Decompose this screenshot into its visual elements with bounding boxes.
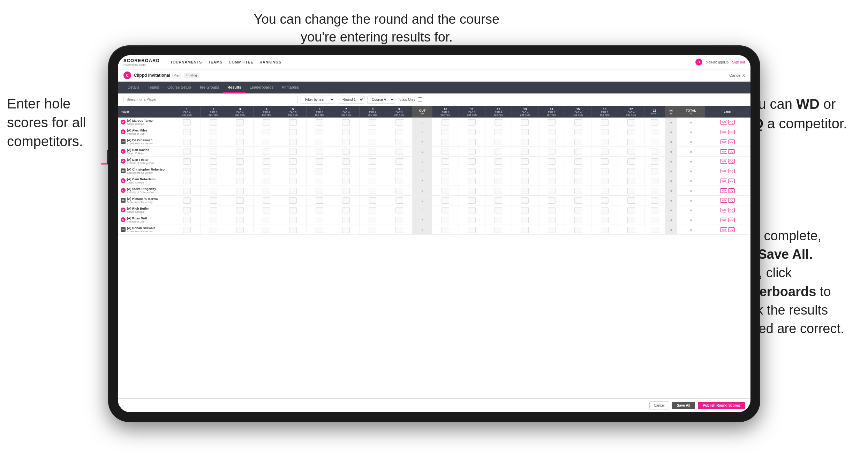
score-input-hole-5[interactable] <box>289 178 297 184</box>
tab-leaderboards[interactable]: Leaderboards <box>246 82 278 93</box>
score-input-hole-10[interactable] <box>441 129 449 135</box>
score-input-hole-6[interactable] <box>316 178 323 184</box>
score-input-hole-15[interactable] <box>574 139 582 145</box>
score-input-hole-12[interactable] <box>495 139 502 145</box>
score-input-hole-11[interactable] <box>468 178 476 184</box>
score-input-hole-12[interactable] <box>495 168 502 174</box>
score-input-hole-18[interactable] <box>651 197 658 204</box>
score-input-hole-10[interactable] <box>441 227 449 233</box>
score-input-hole-13[interactable] <box>521 207 529 213</box>
score-input-hole-4[interactable] <box>263 149 270 155</box>
score-input-hole-5[interactable] <box>289 158 297 165</box>
nav-committee[interactable]: COMMITTEE <box>229 60 254 64</box>
score-input-hole-18[interactable] <box>651 217 658 223</box>
filter-team-select[interactable]: Filter by team <box>301 96 335 104</box>
score-input-hole-11[interactable] <box>468 119 476 126</box>
score-input-hole-18[interactable] <box>651 129 658 135</box>
wd-button[interactable]: WD <box>720 179 727 183</box>
score-input-hole-4[interactable] <box>263 207 270 213</box>
score-input-hole-1[interactable] <box>183 227 191 233</box>
score-input-hole-13[interactable] <box>521 217 529 223</box>
score-input-hole-7[interactable] <box>342 168 350 174</box>
score-input-hole-15[interactable] <box>574 129 582 135</box>
score-input-hole-13[interactable] <box>521 178 529 184</box>
score-input-hole-14[interactable] <box>548 227 556 233</box>
score-input-hole-18[interactable] <box>651 178 658 184</box>
score-input-hole-11[interactable] <box>468 188 476 194</box>
score-input-hole-3[interactable] <box>236 158 244 165</box>
score-input-hole-14[interactable] <box>548 149 556 155</box>
score-input-hole-3[interactable] <box>236 119 244 126</box>
score-input-hole-16[interactable] <box>601 158 609 165</box>
score-input-hole-8[interactable] <box>369 119 376 126</box>
dq-button[interactable]: DQ <box>728 169 735 173</box>
score-input-hole-10[interactable] <box>441 119 449 126</box>
score-input-hole-17[interactable] <box>627 217 635 223</box>
score-input-hole-14[interactable] <box>548 139 556 145</box>
score-input-hole-8[interactable] <box>369 129 376 135</box>
score-input-hole-16[interactable] <box>601 168 609 174</box>
score-input-hole-1[interactable] <box>183 158 191 165</box>
score-input-hole-5[interactable] <box>289 129 297 135</box>
search-player-input[interactable] <box>123 96 298 103</box>
nav-rankings[interactable]: RANKINGS <box>259 60 281 64</box>
dq-button[interactable]: DQ <box>728 208 735 212</box>
score-input-hole-7[interactable] <box>342 129 350 135</box>
score-input-hole-13[interactable] <box>521 119 529 126</box>
score-input-hole-8[interactable] <box>369 188 376 194</box>
score-input-hole-4[interactable] <box>263 188 270 194</box>
score-input-hole-15[interactable] <box>574 227 582 233</box>
score-input-hole-2[interactable] <box>210 149 217 155</box>
score-input-hole-15[interactable] <box>574 119 582 126</box>
wd-button[interactable]: WD <box>720 218 727 222</box>
score-input-hole-4[interactable] <box>263 217 270 223</box>
score-input-hole-2[interactable] <box>210 178 217 184</box>
score-input-hole-16[interactable] <box>601 197 609 204</box>
score-input-hole-4[interactable] <box>263 178 270 184</box>
score-input-hole-4[interactable] <box>263 158 270 165</box>
score-input-hole-13[interactable] <box>521 158 529 165</box>
score-input-hole-9[interactable] <box>395 197 403 204</box>
score-input-hole-4[interactable] <box>263 139 270 145</box>
dq-button[interactable]: DQ <box>728 218 735 222</box>
score-input-hole-15[interactable] <box>574 188 582 194</box>
footer-cancel-btn[interactable]: Cancel <box>649 401 669 409</box>
score-input-hole-4[interactable] <box>263 119 270 126</box>
score-input-hole-9[interactable] <box>395 129 403 135</box>
score-input-hole-13[interactable] <box>521 168 529 174</box>
score-input-hole-6[interactable] <box>316 119 323 126</box>
score-input-hole-7[interactable] <box>342 139 350 145</box>
score-input-hole-10[interactable] <box>441 168 449 174</box>
score-input-hole-9[interactable] <box>395 217 403 223</box>
score-input-hole-11[interactable] <box>468 149 476 155</box>
score-input-hole-1[interactable] <box>183 139 191 145</box>
score-input-hole-7[interactable] <box>342 158 350 165</box>
score-input-hole-8[interactable] <box>369 217 376 223</box>
score-input-hole-12[interactable] <box>495 217 502 223</box>
nav-teams[interactable]: TEAMS <box>208 60 222 64</box>
wd-button[interactable]: WD <box>720 188 727 193</box>
score-input-hole-17[interactable] <box>627 139 635 145</box>
score-input-hole-10[interactable] <box>441 197 449 204</box>
dq-button[interactable]: DQ <box>728 140 735 144</box>
score-input-hole-5[interactable] <box>289 227 297 233</box>
score-input-hole-6[interactable] <box>316 227 323 233</box>
score-input-hole-1[interactable] <box>183 217 191 223</box>
sign-out-link[interactable]: Sign out <box>732 60 745 64</box>
score-input-hole-3[interactable] <box>236 139 244 145</box>
score-input-hole-17[interactable] <box>627 227 635 233</box>
score-input-hole-1[interactable] <box>183 207 191 213</box>
course-select[interactable]: Course A <box>367 96 395 104</box>
wd-button[interactable]: WD <box>720 169 727 173</box>
score-input-hole-7[interactable] <box>342 119 350 126</box>
score-input-hole-8[interactable] <box>369 158 376 165</box>
score-input-hole-16[interactable] <box>601 188 609 194</box>
score-input-hole-9[interactable] <box>395 168 403 174</box>
score-input-hole-10[interactable] <box>441 158 449 165</box>
score-input-hole-14[interactable] <box>548 158 556 165</box>
score-input-hole-9[interactable] <box>395 158 403 165</box>
score-input-hole-5[interactable] <box>289 217 297 223</box>
score-input-hole-17[interactable] <box>627 168 635 174</box>
score-input-hole-8[interactable] <box>369 149 376 155</box>
score-input-hole-17[interactable] <box>627 158 635 165</box>
